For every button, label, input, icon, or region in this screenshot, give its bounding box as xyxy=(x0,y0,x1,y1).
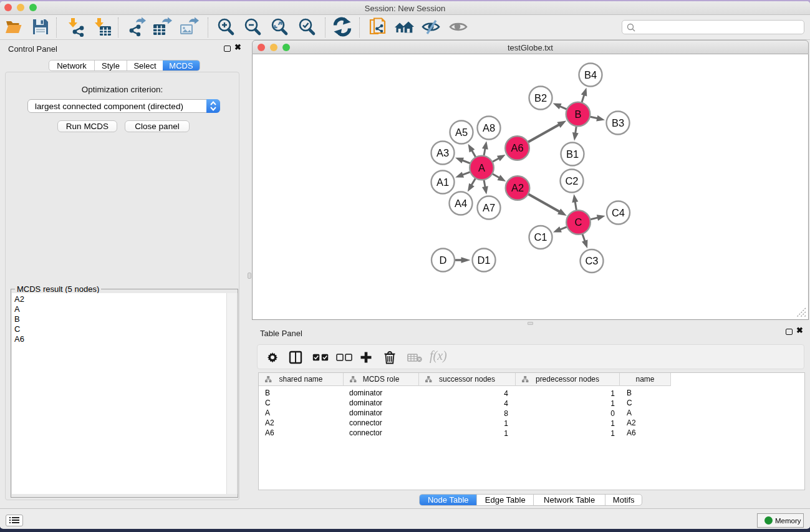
svg-text:D: D xyxy=(440,254,447,266)
svg-text:A: A xyxy=(478,162,485,173)
svg-text:C3: C3 xyxy=(585,255,598,266)
svg-text:C: C xyxy=(575,216,582,228)
svg-text:C1: C1 xyxy=(534,231,547,243)
svg-text:A2: A2 xyxy=(511,182,524,193)
svg-text:B1: B1 xyxy=(566,148,579,160)
svg-text:C4: C4 xyxy=(612,207,625,218)
svg-text:B3: B3 xyxy=(612,117,624,128)
svg-text:A7: A7 xyxy=(483,202,495,213)
svg-text:A5: A5 xyxy=(455,127,468,138)
svg-text:B: B xyxy=(574,109,581,120)
svg-text:B2: B2 xyxy=(534,92,547,104)
svg-text:D1: D1 xyxy=(477,254,490,266)
svg-text:A4: A4 xyxy=(455,198,467,209)
svg-text:A3: A3 xyxy=(436,147,449,158)
svg-text:A8: A8 xyxy=(483,122,495,133)
svg-text:A6: A6 xyxy=(511,142,523,153)
svg-text:A1: A1 xyxy=(436,177,449,188)
svg-text:B4: B4 xyxy=(584,69,597,80)
svg-text:C2: C2 xyxy=(565,175,578,186)
